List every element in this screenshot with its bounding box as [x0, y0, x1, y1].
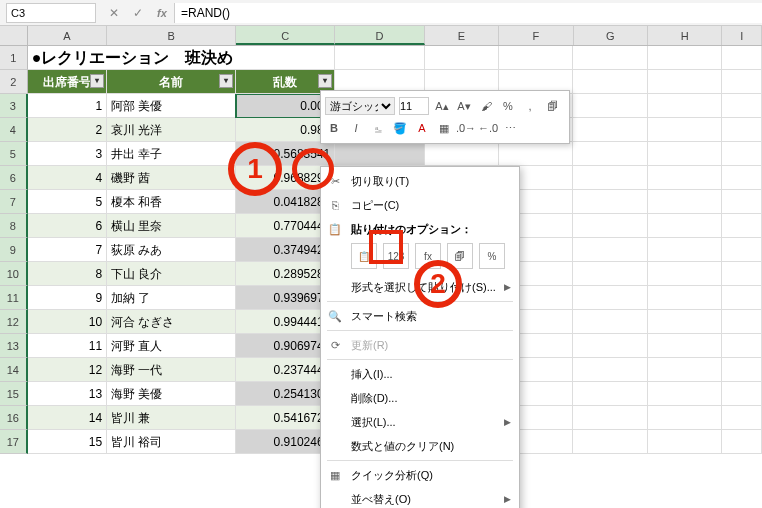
formula-input[interactable]: [174, 3, 762, 23]
cell[interactable]: 哀川 光洋: [107, 118, 236, 142]
paste-formulas-icon[interactable]: fx: [415, 243, 441, 269]
cell[interactable]: 13: [28, 382, 107, 406]
row-1[interactable]: 1: [0, 46, 28, 70]
col-H[interactable]: H: [648, 26, 722, 45]
cell[interactable]: [722, 358, 762, 382]
more-icon[interactable]: ⋯: [501, 119, 519, 137]
percent-icon[interactable]: %: [499, 97, 517, 115]
filter-icon[interactable]: ▾: [318, 74, 332, 88]
menu-copy[interactable]: ⎘コピー(C): [321, 193, 519, 217]
cell[interactable]: 加納 了: [107, 286, 236, 310]
italic-button[interactable]: I: [347, 119, 365, 137]
cell[interactable]: 12: [28, 358, 107, 382]
col-D[interactable]: D: [335, 26, 424, 45]
cell[interactable]: 磯野 茜: [107, 166, 236, 190]
row-11[interactable]: 11: [0, 286, 28, 310]
menu-paste-special[interactable]: 形式を選択して貼り付け(S)...▶: [321, 275, 519, 299]
row-4[interactable]: 4: [0, 118, 28, 142]
row-17[interactable]: 17: [0, 430, 28, 454]
cell[interactable]: [573, 262, 647, 286]
paste-formatting-icon[interactable]: 🗐: [447, 243, 473, 269]
cell[interactable]: [722, 310, 762, 334]
cell[interactable]: [573, 430, 647, 454]
fill-color-icon[interactable]: 🪣: [391, 119, 409, 137]
paste-all-icon[interactable]: 📋: [351, 243, 377, 269]
cell[interactable]: [648, 118, 722, 142]
cell[interactable]: 皆川 兼: [107, 406, 236, 430]
cell[interactable]: [722, 166, 762, 190]
col-F[interactable]: F: [499, 26, 573, 45]
cell[interactable]: [648, 262, 722, 286]
row-13[interactable]: 13: [0, 334, 28, 358]
cell[interactable]: [648, 142, 722, 166]
cell[interactable]: [722, 94, 762, 118]
cell[interactable]: 9: [28, 286, 107, 310]
paste-pct-icon[interactable]: %: [479, 243, 505, 269]
hdr-id[interactable]: 出席番号▾: [28, 70, 107, 94]
cell[interactable]: 5: [28, 190, 107, 214]
cell[interactable]: 6: [28, 214, 107, 238]
cell[interactable]: [573, 310, 647, 334]
cell[interactable]: [648, 382, 722, 406]
cell[interactable]: [573, 238, 647, 262]
cell[interactable]: 10: [28, 310, 107, 334]
cell[interactable]: [722, 214, 762, 238]
col-I[interactable]: I: [722, 26, 762, 45]
cell[interactable]: [573, 166, 647, 190]
col-B[interactable]: B: [107, 26, 236, 45]
col-C[interactable]: C: [236, 26, 335, 45]
accept-icon[interactable]: ✓: [130, 5, 146, 21]
format-painter-icon[interactable]: 🖌: [477, 97, 495, 115]
cell[interactable]: [573, 214, 647, 238]
row-7[interactable]: 7: [0, 190, 28, 214]
cell[interactable]: 下山 良介: [107, 262, 236, 286]
cell[interactable]: [648, 334, 722, 358]
filter-icon[interactable]: ▾: [90, 74, 104, 88]
cell[interactable]: [648, 286, 722, 310]
cell[interactable]: 河合 なぎさ: [107, 310, 236, 334]
dec-decimal-icon[interactable]: ←.0: [479, 119, 497, 137]
hdr-name[interactable]: 名前▾: [107, 70, 236, 94]
cell[interactable]: 2: [28, 118, 107, 142]
cell[interactable]: [648, 190, 722, 214]
filter-icon[interactable]: ▾: [219, 74, 233, 88]
cell[interactable]: [573, 118, 647, 142]
cell[interactable]: 河野 直人: [107, 334, 236, 358]
cell[interactable]: 榎本 和香: [107, 190, 236, 214]
fx-icon[interactable]: fx: [154, 5, 170, 21]
row-9[interactable]: 9: [0, 238, 28, 262]
paste-values-icon[interactable]: 123: [383, 243, 409, 269]
cell[interactable]: [722, 382, 762, 406]
cell[interactable]: 14: [28, 406, 107, 430]
menu-cut[interactable]: ✂切り取り(T): [321, 169, 519, 193]
cell[interactable]: [648, 430, 722, 454]
cell[interactable]: 海野 美優: [107, 382, 236, 406]
row-3[interactable]: 3: [0, 94, 28, 118]
cell[interactable]: 0.5683541: [236, 142, 335, 166]
name-box[interactable]: [6, 3, 96, 23]
cell[interactable]: [573, 94, 647, 118]
cell[interactable]: [573, 358, 647, 382]
inc-decimal-icon[interactable]: .0→: [457, 119, 475, 137]
cell[interactable]: [573, 142, 647, 166]
cell[interactable]: [573, 190, 647, 214]
font-size[interactable]: [399, 97, 429, 115]
row-8[interactable]: 8: [0, 214, 28, 238]
cell[interactable]: [648, 214, 722, 238]
cell[interactable]: 7: [28, 238, 107, 262]
row-15[interactable]: 15: [0, 382, 28, 406]
row-16[interactable]: 16: [0, 406, 28, 430]
cell[interactable]: 荻原 みあ: [107, 238, 236, 262]
cell[interactable]: 阿部 美優: [107, 94, 236, 118]
cell[interactable]: 3: [28, 142, 107, 166]
cell[interactable]: [722, 142, 762, 166]
col-G[interactable]: G: [574, 26, 648, 45]
cell[interactable]: [499, 142, 573, 166]
cell[interactable]: [648, 406, 722, 430]
cell[interactable]: [648, 166, 722, 190]
underline-icon[interactable]: ⎁: [369, 119, 387, 137]
cell[interactable]: [722, 334, 762, 358]
cell[interactable]: [648, 238, 722, 262]
grow-font-icon[interactable]: A▴: [433, 97, 451, 115]
cell[interactable]: [425, 142, 499, 166]
